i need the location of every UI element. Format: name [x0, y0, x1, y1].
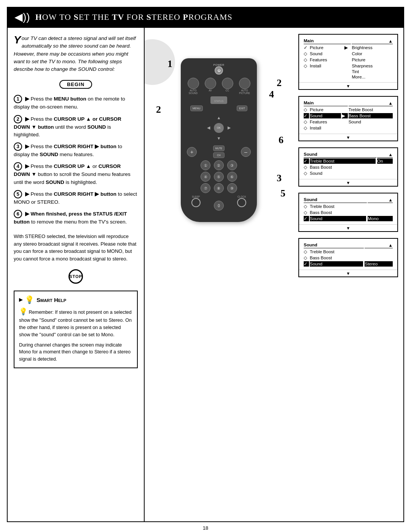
cc-label: CC	[222, 89, 233, 92]
auto-sound-label: AUTOSOUND	[188, 89, 199, 94]
num-5-button[interactable]: ⑤	[214, 172, 224, 182]
auto-sound-button[interactable]	[188, 78, 199, 89]
smart-help-title: ▶ 💡 Smart Help	[19, 295, 132, 304]
begin-badge: BEGIN	[59, 80, 92, 89]
num-0-button[interactable]: 0	[214, 201, 224, 211]
vol-plus-button[interactable]: +	[187, 147, 197, 157]
step-overlay-4: 4	[269, 89, 274, 100]
panel1-row-install: ◇ Install Sharpness	[304, 63, 393, 69]
num-6-button[interactable]: ⑥	[227, 172, 237, 182]
power-label: POWER	[185, 64, 253, 66]
sleep-button[interactable]	[191, 198, 201, 207]
num-8-button[interactable]: ⑧	[214, 183, 224, 193]
tv-panel-3: Sound ▲ ✓ Treble Boost On ◇ Bass Boost	[298, 147, 398, 187]
top-function-buttons: AUTOSOUND AV CC AUTOPICTURE	[185, 78, 253, 94]
auto-picture-button[interactable]	[239, 78, 250, 89]
panel4-row-treble: ◇ Treble Boost	[304, 204, 393, 209]
panel2-row-sound-highlighted: ✓ Sound ▶ Bass Boost	[304, 113, 393, 118]
panel5-row-bass: ◇ Bass Boost	[304, 255, 393, 260]
page-title: How to Set the TV for Stereo Programs	[35, 12, 233, 22]
av-label: AV	[205, 89, 216, 92]
ch-label: CH	[213, 152, 225, 158]
nav-left-button[interactable]: ◀	[204, 123, 214, 133]
step-overlay-2-left: 2	[156, 104, 161, 115]
tv-menu-4: Sound ▲ ◇ Treble Boost ◇ Bass Boost	[303, 197, 393, 222]
step-2: 2 ▶ Press the CURSOR UP ▲ or CURSOR DOWN…	[14, 115, 138, 139]
panel5-title: Sound	[304, 243, 317, 247]
av-button[interactable]	[205, 78, 216, 89]
remote-body: POWER ⏻ AUTOSOUND AV CC	[181, 58, 257, 222]
panel3-scroll-arrow: ▼	[299, 179, 397, 186]
page-header: ◀)) How to Set the TV for Stereo Program…	[7, 7, 404, 27]
panel2-row-features: ◇ Features Sound	[304, 119, 393, 125]
step-overlay-2-right: 2	[277, 77, 282, 89]
step-overlay-5: 5	[280, 188, 285, 199]
nav-up-button[interactable]: ▲	[214, 113, 224, 123]
chevron-right-icon: ▶	[19, 297, 22, 302]
panel1-row-sound: ◇ Sound Color	[304, 51, 393, 56]
step-3: 3 ▶ Press the CURSOR RIGHT ▶ button to d…	[14, 142, 138, 158]
decorative-y: Y	[14, 35, 21, 45]
nav-right-button[interactable]: ▶	[224, 123, 234, 133]
exit-button[interactable]: EXIT	[237, 105, 247, 111]
panel2-row-install: ◇ Install	[304, 125, 393, 131]
panel5-row-sound-stereo-highlighted: ✓ Sound Stereo	[304, 261, 393, 267]
stop-circle: STOP	[68, 269, 83, 284]
lightbulb-icon-2: 💡	[19, 308, 27, 315]
cc-button[interactable]	[222, 78, 233, 89]
smart-help-text-1: 💡 Remember: If stereo is not present on …	[19, 307, 132, 338]
panel4-scroll-arrow: ▼	[299, 224, 397, 231]
tv-panel-2: Main ▲ ◇ Picture Treble Boost ✓ Sound ▶	[298, 96, 398, 141]
auto-picture-label: AUTOPICTURE	[239, 89, 250, 94]
vol-mute-ch-row: + MUTE CH –	[185, 145, 253, 158]
panel3-row-sound: ◇ Sound	[304, 171, 393, 176]
panel5-row-treble: ◇ Treble Boost	[304, 249, 393, 254]
step-1: 1 ▶ Press the MENU button on the remote …	[14, 95, 138, 111]
step-overlay-6: 6	[279, 134, 284, 146]
panel1-row-features: ◇ Features Picture	[304, 57, 393, 62]
page-number: 18	[0, 522, 411, 532]
main-content: Y our TV can detect a stereo signal and …	[7, 27, 404, 522]
remote-control: POWER ⏻ AUTOSOUND AV CC	[177, 58, 261, 222]
menu-button[interactable]: MENU	[190, 105, 203, 111]
step-overlay-3: 3	[277, 173, 282, 184]
sleep-label: SLEEP	[191, 195, 201, 198]
middle-column: 1 4 2 2 6 3 5 POWER ⏻	[145, 28, 293, 521]
smart-help-text-2: During channel changes the screen may in…	[19, 342, 132, 363]
power-button[interactable]: ⏻	[215, 66, 223, 75]
num-4-button[interactable]: ④	[201, 172, 210, 182]
nav-center-button[interactable]: OK	[214, 123, 224, 133]
panel1-row-tint: Tint	[304, 69, 393, 74]
stereo-note: With STEREO selected, the television wil…	[14, 233, 138, 262]
num-2-button[interactable]: ②	[214, 160, 224, 170]
panel1-row-picture: ✓ Picture ▶ Brightness	[304, 45, 393, 50]
nav-cross: ▲ ◀ OK ▶ ▼	[204, 113, 234, 143]
panel3-row-treble-highlighted: ✓ Treble Boost On	[304, 158, 393, 164]
panel1-title: Main	[304, 38, 314, 43]
num-9-button[interactable]: ⑨	[227, 183, 237, 193]
step-overlay-1: 1	[167, 58, 172, 70]
mute-button[interactable]: MUTE	[213, 145, 225, 151]
tv-panel-1: Main ▲ ✓ Picture ▶ Brightness ◇ Sound	[298, 34, 398, 90]
num-1-button[interactable]: ①	[201, 160, 210, 170]
num-3-button[interactable]: ③	[227, 160, 237, 170]
tv-menu-1: Main ▲ ✓ Picture ▶ Brightness ◇ Sound	[303, 38, 393, 80]
lightbulb-icon: 💡	[25, 295, 34, 304]
clock-label: CLOCK	[237, 195, 246, 198]
panel1-row-more: More...	[304, 75, 393, 79]
tv-menu-3: Sound ▲ ✓ Treble Boost On ◇ Bass Boost	[303, 151, 393, 177]
left-column: Y our TV can detect a stereo signal and …	[8, 28, 145, 521]
num-7-button[interactable]: ⑦	[201, 183, 210, 193]
menu-exit-row: MENU EXIT	[185, 105, 253, 111]
clock-button[interactable]	[237, 198, 246, 207]
panel4-row-bass: ◇ Bass Boost	[304, 210, 393, 215]
tv-menu-2: Main ▲ ◇ Picture Treble Boost ✓ Sound ▶	[303, 100, 393, 131]
intro-text: Y our TV can detect a stereo signal and …	[14, 35, 138, 73]
vol-minus-button[interactable]: –	[241, 147, 251, 157]
numpad: ① ② ③ ④ ⑤ ⑥ ⑦ ⑧ ⑨	[200, 160, 238, 193]
nav-down-button[interactable]: ▼	[214, 133, 224, 143]
tv-panel-5: Sound ▲ ◇ Treble Boost ◇ Bass Boost	[298, 238, 398, 277]
stop-badge: STOP	[14, 269, 138, 284]
step-5: 5 ▶ Press the CURSOR RIGHT ▶ button to s…	[14, 190, 138, 206]
bottom-row: SLEEP 0 CLOCK	[185, 195, 253, 211]
